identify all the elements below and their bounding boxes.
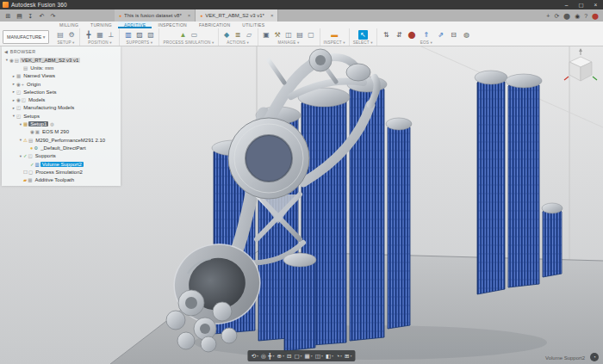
tree-row[interactable]: ▾◰Setups — [2, 112, 121, 120]
export-eosprint-icon[interactable]: ⇑ — [421, 30, 431, 40]
tree-item-label[interactable]: Volume Support2 — [40, 162, 84, 167]
document-tab-active[interactable]: ●VEK_RT_ABM_S2 v3 v1*× — [196, 9, 278, 22]
machine-library-icon[interactable]: ⚙ — [66, 30, 76, 40]
close-tab-icon[interactable]: × — [188, 13, 191, 18]
refresh-icon[interactable]: ⟳ — [554, 10, 559, 22]
look-at-button[interactable]: ◎ — [261, 353, 266, 360]
undo-icon[interactable]: ↶ — [37, 10, 47, 22]
ribbon-group-label[interactable]: SETUP ▾ — [57, 40, 74, 45]
toolpath-icon[interactable]: ▰ — [23, 177, 27, 182]
tree-item-label[interactable]: Additive Toolpath — [33, 177, 76, 182]
folder-icon[interactable]: ◰ — [16, 114, 21, 119]
new-setup-icon[interactable]: ▤ — [55, 30, 65, 40]
workspace-switcher-button[interactable]: MANUFACTURE ▾ — [3, 30, 49, 44]
bar-support-icon[interactable]: ▨ — [134, 30, 144, 40]
ribbon-group-label[interactable]: MANAGE ▾ — [278, 40, 300, 45]
eye-icon[interactable]: ◉ — [30, 129, 34, 134]
automatic-orientation-icon[interactable]: ▦ — [95, 30, 104, 40]
workspace-tab-additive[interactable]: ADDITIVE — [118, 22, 152, 28]
tool-library-icon[interactable]: ⚒ — [273, 30, 283, 40]
tree-item-label[interactable]: Named Views — [22, 73, 57, 78]
tree-row[interactable]: ▾◉▤VEK_RT_ABM_S2 v3 v1 — [2, 56, 121, 64]
document-icon[interactable]: ▤ — [15, 58, 19, 63]
template-icon[interactable]: ▢ — [307, 30, 316, 40]
post-process-icon[interactable]: ▱ — [245, 30, 254, 40]
ribbon-group-label[interactable]: ACTIONS ▾ — [227, 40, 249, 45]
volume-support-icon[interactable]: ▥ — [123, 30, 133, 40]
fit-button[interactable]: ⊡ — [287, 353, 291, 360]
ribbon-group-label[interactable]: PROCESS SIMULATION ▾ — [163, 40, 214, 45]
ribbon-group-label[interactable]: POSITION ▾ — [88, 40, 112, 45]
eos-export-label[interactable]: EOS ▾ — [420, 40, 432, 45]
tree-item-label[interactable]: Units: mm — [28, 65, 55, 71]
zoom-button[interactable]: ⊕▾ — [277, 353, 284, 360]
tree-item-label[interactable]: Process Simulation2 — [34, 170, 84, 175]
drop-to-platform-icon[interactable]: ⊥ — [106, 30, 115, 40]
tree-item-label[interactable]: Models — [27, 97, 47, 102]
named-views-icon[interactable]: ▦ — [16, 73, 21, 78]
workspace-tab-utilities[interactable]: UTILITIES — [236, 22, 270, 28]
units-doc-icon[interactable]: ▤ — [23, 65, 28, 71]
tree-item-label[interactable]: VEK_RT_ABM_S2 v3 v1 — [20, 58, 80, 63]
navigation-settings-button[interactable]: ◔▾ — [336, 353, 342, 359]
tree-row[interactable]: ▾✓◰Supports — [2, 152, 121, 160]
workspace-tab-inspection[interactable]: INSPECTION — [152, 22, 193, 28]
select-cursor-icon[interactable]: ↖ — [358, 30, 368, 40]
simulation-report-icon[interactable]: ▭ — [190, 30, 199, 40]
origin-icon[interactable]: + — [22, 82, 24, 87]
check-icon[interactable]: ✓ — [23, 153, 28, 158]
tree-row[interactable]: ▰▦Additive Toolpath — [2, 176, 121, 183]
web-share-icon[interactable]: ◍ — [462, 30, 471, 40]
avatar-icon[interactable]: ◉ — [575, 10, 580, 22]
eye-icon[interactable]: ◉ — [9, 58, 14, 63]
layout-button[interactable]: ⊞▾ — [345, 353, 351, 360]
task-lock-icon[interactable]: ▤ — [295, 30, 305, 40]
tree-row[interactable]: ▸◉+Origin — [2, 80, 121, 88]
ribbon-group-label[interactable]: INSPECT ▾ — [324, 40, 345, 45]
display-settings-button[interactable]: ▢▾ — [294, 353, 302, 360]
tree-row[interactable]: ▸◰Manufacturing Models — [2, 104, 121, 112]
red-sphere-icon[interactable]: ⬤ — [407, 30, 417, 40]
tree-item-label[interactable]: EOS M 290 — [40, 129, 71, 134]
generate-icon[interactable]: ◆ — [222, 30, 232, 40]
tree-row[interactable]: ▸◉◰Models — [2, 96, 121, 103]
notification-icon[interactable]: ⬤ — [592, 10, 599, 22]
close-button[interactable]: × — [588, 0, 603, 9]
move-components-icon[interactable]: ╋ — [84, 30, 93, 40]
toolpath-reorder-icon[interactable]: ⇵ — [395, 30, 404, 40]
pan-button[interactable]: ╋▾ — [269, 353, 275, 360]
file-menu-icon[interactable]: ▤ — [15, 10, 24, 22]
job-status-icon[interactable]: ⬤ — [563, 10, 570, 22]
checkbox-icon[interactable]: ☐ — [23, 170, 28, 175]
workspace-tab-milling[interactable]: MILLING — [53, 22, 84, 28]
visual-style-button[interactable]: ◧▾ — [326, 353, 333, 360]
workspace-tab-fabrication[interactable]: FABRICATION — [193, 22, 236, 28]
status-dot-icon[interactable]: ● — [30, 145, 33, 151]
tree-item-label[interactable]: M290_PerformanceM291 2.10 — [34, 138, 107, 143]
tree-row[interactable]: ☐▢Process Simulation2 — [2, 168, 121, 176]
machine-icon[interactable]: ◫ — [284, 30, 294, 40]
tree-item-label[interactable]: _Default_DirectPart — [39, 145, 87, 151]
print-setting-library-icon[interactable]: ▣ — [262, 30, 271, 40]
viewports-button[interactable]: ◫▾ — [315, 353, 323, 360]
ribbon-group-label[interactable]: SUPPORTS ▾ — [127, 40, 153, 45]
tree-row[interactable]: ✓▥Volume Support2 — [2, 160, 121, 168]
folder-icon[interactable]: ◰ — [16, 105, 21, 110]
tree-row[interactable]: ▸▦Named Views — [2, 72, 121, 80]
measure-icon[interactable]: ▬ — [330, 30, 339, 40]
folder-icon[interactable]: ◰ — [22, 97, 26, 102]
grid-and-snaps-button[interactable]: ▦▾ — [305, 353, 313, 360]
tree-item-label[interactable]: Origin — [25, 82, 42, 87]
simulate-process-icon[interactable]: ▲ — [178, 30, 188, 40]
tree-row[interactable]: ▾⚠▤M290_PerformanceM291 2.10 — [2, 136, 121, 144]
eye-icon[interactable]: ◉ — [16, 82, 21, 87]
grid-icon[interactable]: ▦ — [28, 177, 32, 182]
tree-item-label[interactable]: Selection Sets — [22, 89, 58, 95]
export-buildfile-icon[interactable]: ⇗ — [436, 30, 445, 40]
tree-row[interactable]: ▸◰Selection Sets — [2, 88, 121, 96]
support-sheet-icon[interactable]: ▧ — [146, 30, 155, 40]
setup-icon[interactable]: ▦ — [23, 121, 28, 126]
folder-icon[interactable]: ◰ — [16, 89, 21, 95]
close-tab-icon[interactable]: × — [270, 13, 274, 18]
document-tab[interactable]: ●This is fusion dataset v8*× — [115, 9, 196, 22]
